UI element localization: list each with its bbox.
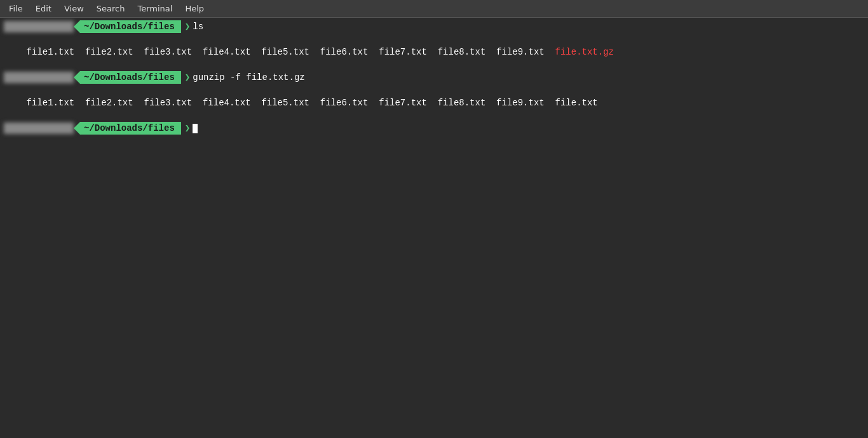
terminal-prompt-3[interactable]: ~/Downloads/files❯: [4, 122, 864, 135]
file9-after: file9.txt: [496, 98, 545, 108]
terminal-prompt-2: ~/Downloads/files❯gunzip -f file.txt.gz: [4, 71, 864, 84]
file8-after: file8.txt: [438, 98, 486, 108]
prompt-user-1: [4, 21, 74, 32]
menu-file[interactable]: File: [3, 3, 29, 15]
file4-after: file4.txt: [203, 98, 251, 108]
file-gz: file.txt.gz: [555, 47, 614, 57]
prompt-path-2: ~/Downloads/files: [74, 71, 181, 84]
prompt-arrow-1: ❯: [185, 20, 190, 33]
prompt-arrow-3: ❯: [185, 122, 190, 135]
file6: file6.txt: [320, 47, 369, 57]
file1: file1.txt: [27, 47, 75, 57]
file6-after: file6.txt: [320, 98, 369, 108]
cmd-2: gunzip -f file.txt.gz: [193, 71, 304, 84]
prompt-path-1: ~/Downloads/files: [74, 20, 181, 33]
file3-after: file3.txt: [144, 98, 192, 108]
file8: file8.txt: [438, 47, 486, 57]
file3: file3.txt: [144, 47, 192, 57]
terminal-cursor: [193, 124, 198, 133]
menu-view[interactable]: View: [58, 3, 90, 15]
file5-after: file5.txt: [261, 98, 309, 108]
menu-help[interactable]: Help: [179, 3, 210, 15]
output-line-2: file1.txt file2.txt file3.txt file4.txt …: [4, 84, 864, 122]
file1-after: file1.txt: [27, 98, 75, 108]
cmd-1: ls: [193, 20, 203, 33]
menu-bar: File Edit View Search Terminal Help: [0, 0, 868, 18]
menu-edit[interactable]: Edit: [29, 3, 58, 15]
terminal-area[interactable]: ~/Downloads/files❯ls file1.txt file2.txt…: [0, 18, 868, 438]
prompt-path-3: ~/Downloads/files: [74, 122, 181, 135]
file7-after: file7.txt: [379, 98, 427, 108]
file9: file9.txt: [496, 47, 545, 57]
menu-search[interactable]: Search: [90, 3, 132, 15]
prompt-user-3: [4, 123, 74, 134]
file-txt-after: file.txt: [555, 98, 598, 108]
file7: file7.txt: [379, 47, 427, 57]
prompt-user-2: [4, 72, 74, 83]
file2-after: file2.txt: [85, 98, 133, 108]
file4: file4.txt: [203, 47, 251, 57]
file5: file5.txt: [261, 47, 309, 57]
terminal-prompt-1: ~/Downloads/files❯ls: [4, 20, 864, 33]
output-line-1: file1.txt file2.txt file3.txt file4.txt …: [4, 33, 864, 71]
file2: file2.txt: [85, 47, 133, 57]
menu-terminal[interactable]: Terminal: [131, 3, 179, 15]
prompt-arrow-2: ❯: [185, 71, 190, 84]
